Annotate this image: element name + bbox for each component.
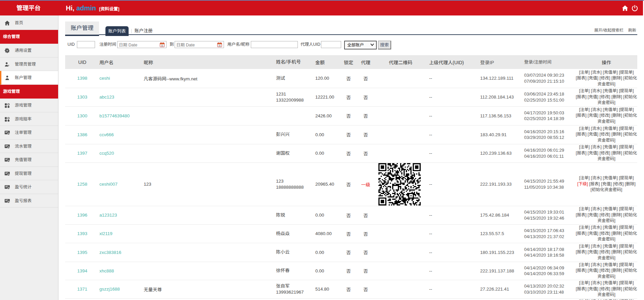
svg-text:31: 31 <box>218 44 221 47</box>
svg-text:31: 31 <box>161 44 164 47</box>
